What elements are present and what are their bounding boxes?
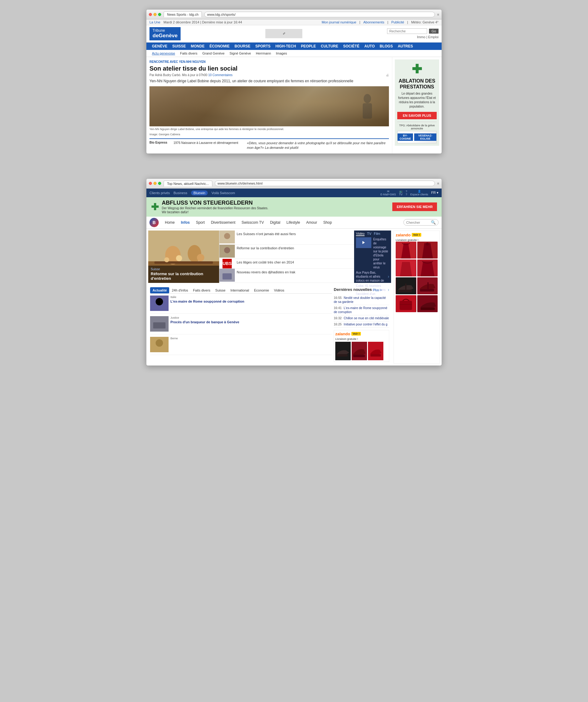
- hero-overlay: Suisse Réforme sur la contribution d'ent…: [148, 266, 219, 283]
- ad-cta-button[interactable]: EN SAVOIR PLUS: [397, 112, 437, 119]
- topbar-help-icon[interactable]: ? ?: [405, 190, 407, 196]
- tab-faits-divers[interactable]: Faits divers: [191, 287, 213, 294]
- svg-point-7: [164, 257, 169, 262]
- nav-item-suisse[interactable]: SUISSE: [170, 42, 188, 50]
- nav-divertissement[interactable]: Divertissement: [208, 219, 238, 226]
- zalando-item-3[interactable]: [417, 259, 438, 276]
- nav-home[interactable]: Home: [162, 219, 178, 226]
- zalando-item-5[interactable]: [417, 277, 438, 294]
- tab-suisse[interactable]: Suisse: [213, 287, 228, 294]
- bluewin-ad-subtitle1: Der Wegzug der Reichen vermindert die fi…: [162, 206, 389, 210]
- nav-item-monde[interactable]: MONDE: [188, 42, 207, 50]
- recent-time-3: 16:25: [334, 323, 342, 326]
- nav-item-hightech[interactable]: HIGH-TECH: [273, 42, 299, 50]
- maximize-button[interactable]: [158, 13, 161, 16]
- bluewin-search-input[interactable]: [406, 221, 431, 224]
- hero-side-item-2: UBS Les litiges ont coûté très cher en 2…: [219, 259, 354, 269]
- nav-sport[interactable]: Sport: [193, 219, 208, 226]
- publicite-link[interactable]: Publicité: [391, 20, 404, 24]
- nav-item-culture[interactable]: CULTURE: [318, 42, 341, 50]
- nav-item-blogs[interactable]: BLOGS: [377, 42, 395, 50]
- hero-main-image: Suisse Réforme sur la contribution d'ent…: [148, 231, 219, 283]
- comments-link[interactable]: 10 Commentaires: [208, 73, 233, 77]
- tab-24h[interactable]: 24h d'infos: [169, 287, 191, 294]
- zalando-item-4[interactable]: [396, 277, 416, 294]
- address-bar[interactable]: www.tdg.ch/sports/: [204, 12, 435, 17]
- video-arrow-1[interactable]: ›: [388, 274, 389, 279]
- browser-tab[interactable]: News Sports - tdg.ch: [164, 11, 202, 17]
- tab-tv[interactable]: TV: [367, 232, 371, 236]
- minimize-button-2[interactable]: [153, 182, 156, 185]
- abonnements-link[interactable]: Abonnements: [363, 20, 384, 24]
- news-title-0[interactable]: L'ex-maire de Rome soupçonné de corrupti…: [170, 299, 332, 304]
- subnav-actu[interactable]: Actu genevoise: [149, 51, 178, 56]
- nav-item-societe[interactable]: SOCIÉTÉ: [341, 42, 362, 50]
- subnav-faits[interactable]: Faits divers: [178, 51, 200, 56]
- video-thumb-0[interactable]: [356, 237, 371, 248]
- nav-shop[interactable]: Shop: [320, 219, 335, 226]
- tab-actualite[interactable]: Actualité: [150, 287, 169, 294]
- browser-tab-2[interactable]: Top News, aktuell Nachric...: [164, 181, 212, 187]
- tab-film[interactable]: Film: [374, 232, 380, 236]
- tdg-search-input[interactable]: [387, 28, 427, 34]
- zalando-item-1[interactable]: [417, 242, 438, 258]
- topbar-swisscom[interactable]: Voilà Swisscom: [211, 191, 235, 195]
- article-section: RENCONTRE AVEC YEN-NHI NGUYEN: [149, 60, 389, 64]
- topbar-business[interactable]: Business: [173, 191, 188, 195]
- topbar-bluewin[interactable]: Bluewin: [191, 191, 208, 195]
- recent-more-link[interactable]: Plus >: [373, 288, 382, 292]
- nav-lifestyle[interactable]: Lifestyle: [283, 219, 303, 226]
- image-overlay: [149, 86, 389, 126]
- subnav-herrmann[interactable]: Herrmann: [253, 51, 273, 56]
- subnav-images[interactable]: Images: [273, 51, 289, 56]
- tab-videos[interactable]: Vidéos: [271, 287, 286, 294]
- play-icon: [362, 241, 365, 244]
- nav-swisscom-tv[interactable]: Swisscom TV: [239, 219, 267, 226]
- hero-side-item-0: Les Suisses n'ont jamais été aussi fiers: [219, 231, 354, 245]
- tdg-logo[interactable]: Tribune deGenève: [149, 27, 181, 40]
- la-une-link[interactable]: La Une: [149, 20, 160, 24]
- lang-selector[interactable]: FR ▾: [431, 191, 439, 195]
- nav-amour[interactable]: Amour: [303, 219, 320, 226]
- topbar-clients-prives[interactable]: Clients privés: [149, 191, 170, 195]
- maximize-button-2[interactable]: [158, 182, 161, 185]
- topbar-email-icon[interactable]: ✉ E-Mail+SMS: [380, 190, 396, 196]
- nav-item-economie[interactable]: ÉCONOMIE: [207, 42, 232, 50]
- bluewin-search[interactable]: 🔍: [403, 219, 439, 226]
- zalando-item-6[interactable]: [396, 295, 416, 312]
- recent-text-3[interactable]: Initiative pour contrer l'effet du g: [344, 323, 387, 326]
- subnav-grand[interactable]: Grand Genève: [200, 51, 227, 56]
- close-button-2[interactable]: [149, 182, 152, 185]
- tab-economie[interactable]: Economie: [251, 287, 271, 294]
- shoe-item-3: [368, 342, 383, 360]
- nav-digital[interactable]: Digital: [267, 219, 283, 226]
- news-title-1[interactable]: Procès d'un braqueur de banque à Genève: [170, 320, 332, 324]
- close-button[interactable]: [149, 13, 152, 16]
- tab-international[interactable]: International: [228, 287, 252, 294]
- side-text-0: Les Suisses n'ont jamais été aussi fiers: [235, 231, 354, 244]
- subnav-signe[interactable]: Signé Genève: [227, 51, 254, 56]
- journal-link[interactable]: Mon journal numérique: [322, 20, 357, 24]
- nav-item-people[interactable]: PEOPLE: [298, 42, 318, 50]
- nav-infos[interactable]: Infos: [178, 219, 193, 226]
- bluewin-logo[interactable]: B: [149, 218, 159, 227]
- address-bar-2[interactable]: www.bluewin.ch/de/news.html: [215, 181, 435, 186]
- zalando-item-7[interactable]: [417, 295, 438, 312]
- video-text-1-area: Aux Pays-Bas, étudiants et athés colocs …: [356, 270, 386, 282]
- zalando-item-0[interactable]: [396, 242, 416, 258]
- nav-item-autres[interactable]: AUTRES: [395, 42, 416, 50]
- nav-item-bourse[interactable]: BOURSE: [232, 42, 253, 50]
- minimize-button[interactable]: [153, 13, 156, 16]
- topbar-tv-icon[interactable]: 📺 TV: [399, 190, 403, 196]
- tdg-search-button[interactable]: Go: [429, 29, 439, 33]
- nav-item-auto[interactable]: AUTO: [362, 42, 377, 50]
- bluewin-ad-cta-button[interactable]: ERFAHREN SIE MEHR: [392, 203, 437, 211]
- recent-text-1[interactable]: L'ex-maire de Rome soupçonné de corrupti…: [334, 306, 387, 314]
- nav-item-geneve[interactable]: GENÈVE: [149, 42, 170, 50]
- tab-video[interactable]: Vidéo: [356, 232, 365, 236]
- zalando-item-2[interactable]: [396, 259, 416, 276]
- print-icon[interactable]: 🖨: [386, 73, 389, 77]
- topbar-espace-icon[interactable]: 👤 Espace clients: [410, 190, 428, 196]
- recent-text-2[interactable]: Chillon se mue en cité médiévale: [344, 317, 389, 320]
- nav-item-sports[interactable]: SPORTS: [253, 42, 273, 50]
